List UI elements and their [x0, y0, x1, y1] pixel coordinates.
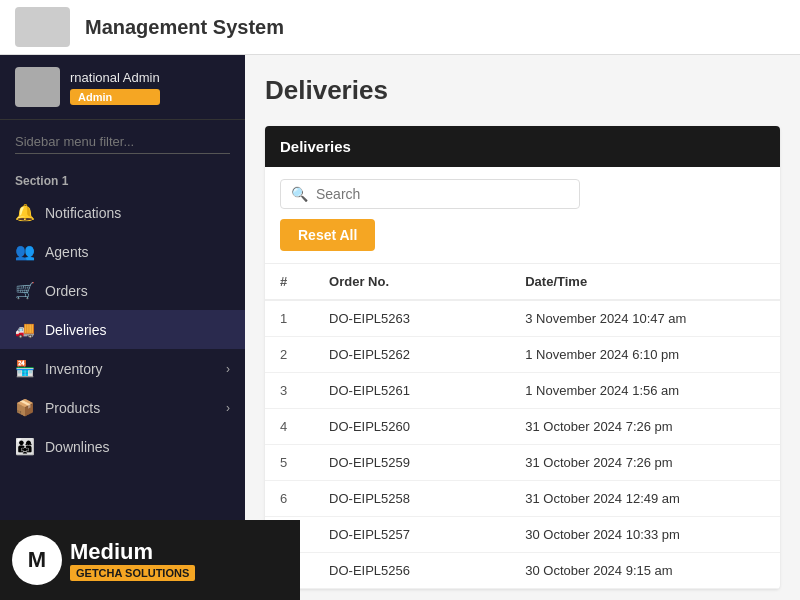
table-toolbar: 🔍 Reset All: [265, 167, 780, 264]
row-num: 4: [265, 409, 314, 445]
sidebar-item-notifications[interactable]: 🔔 Notifications: [0, 193, 245, 232]
main-layout: rnational Admin Admin Section 1 🔔 Notifi…: [0, 55, 800, 600]
row-datetime: 30 October 2024 9:15 am: [510, 553, 780, 589]
table-row[interactable]: 4 DO-EIPL5260 31 October 2024 7:26 pm: [265, 409, 780, 445]
sidebar-item-label: Downlines: [45, 439, 110, 455]
row-datetime: 31 October 2024 12:49 am: [510, 481, 780, 517]
deliveries-table-section: Deliveries 🔍 Reset All # Order No. Date/…: [265, 126, 780, 589]
table-header: Deliveries: [265, 126, 780, 167]
sidebar-item-label: Orders: [45, 283, 88, 299]
page-title: Deliveries: [265, 75, 780, 106]
sidebar-filter-input[interactable]: [15, 130, 230, 154]
agents-icon: 👥: [15, 242, 35, 261]
orders-icon: 🛒: [15, 281, 35, 300]
username: rnational Admin: [70, 70, 160, 85]
row-order-no: DO-EIPL5262: [314, 337, 510, 373]
user-info: rnational Admin Admin: [70, 70, 160, 105]
products-icon: 📦: [15, 398, 35, 417]
notifications-icon: 🔔: [15, 203, 35, 222]
sidebar-item-label: Agents: [45, 244, 89, 260]
sidebar: rnational Admin Admin Section 1 🔔 Notifi…: [0, 55, 245, 600]
col-header-datetime: Date/Time: [510, 264, 780, 300]
row-order-no: DO-EIPL5256: [314, 553, 510, 589]
inventory-arrow-icon: ›: [226, 362, 230, 376]
downlines-icon: 👨‍👩‍👧: [15, 437, 35, 456]
reset-all-button[interactable]: Reset All: [280, 219, 375, 251]
header-title: Management System: [85, 16, 284, 39]
avatar: [15, 67, 60, 107]
watermark-sub: GETCHA SOLUTIONS: [70, 565, 195, 581]
sidebar-item-label: Products: [45, 400, 100, 416]
table-row[interactable]: 6 DO-EIPL5258 31 October 2024 12:49 am: [265, 481, 780, 517]
col-header-order: Order No.: [314, 264, 510, 300]
watermark-text: Medium GETCHA SOLUTIONS: [70, 539, 195, 581]
row-order-no: DO-EIPL5259: [314, 445, 510, 481]
row-datetime: 31 October 2024 7:26 pm: [510, 409, 780, 445]
row-num: 1: [265, 300, 314, 337]
table-row[interactable]: 8 DO-EIPL5256 30 October 2024 9:15 am: [265, 553, 780, 589]
table-row[interactable]: 1 DO-EIPL5263 3 November 2024 10:47 am: [265, 300, 780, 337]
role-badge: Admin: [70, 89, 160, 105]
sidebar-item-deliveries[interactable]: 🚚 Deliveries: [0, 310, 245, 349]
row-order-no: DO-EIPL5261: [314, 373, 510, 409]
row-order-no: DO-EIPL5257: [314, 517, 510, 553]
watermark-logo: M: [12, 535, 62, 585]
deliveries-table: # Order No. Date/Time 1 DO-EIPL5263 3 No…: [265, 264, 780, 589]
row-datetime: 1 November 2024 1:56 am: [510, 373, 780, 409]
row-order-no: DO-EIPL5260: [314, 409, 510, 445]
row-datetime: 30 October 2024 10:33 pm: [510, 517, 780, 553]
watermark: M Medium GETCHA SOLUTIONS: [0, 520, 300, 600]
sidebar-item-orders[interactable]: 🛒 Orders: [0, 271, 245, 310]
table-row[interactable]: 3 DO-EIPL5261 1 November 2024 1:56 am: [265, 373, 780, 409]
row-datetime: 1 November 2024 6:10 pm: [510, 337, 780, 373]
row-datetime: 3 November 2024 10:47 am: [510, 300, 780, 337]
deliveries-icon: 🚚: [15, 320, 35, 339]
sidebar-user-section: rnational Admin Admin: [0, 55, 245, 120]
table-row[interactable]: 7 DO-EIPL5257 30 October 2024 10:33 pm: [265, 517, 780, 553]
main-content: Deliveries Deliveries 🔍 Reset All # Orde…: [245, 55, 800, 600]
inventory-icon: 🏪: [15, 359, 35, 378]
search-icon: 🔍: [291, 186, 308, 202]
table-header-row: # Order No. Date/Time: [265, 264, 780, 300]
section1-label: Section 1: [0, 164, 245, 193]
row-order-no: DO-EIPL5258: [314, 481, 510, 517]
header-logo: [15, 7, 70, 47]
table-row[interactable]: 5 DO-EIPL5259 31 October 2024 7:26 pm: [265, 445, 780, 481]
sidebar-item-label: Notifications: [45, 205, 121, 221]
col-header-num: #: [265, 264, 314, 300]
sidebar-item-downlines[interactable]: 👨‍👩‍👧 Downlines: [0, 427, 245, 466]
row-num: 3: [265, 373, 314, 409]
row-datetime: 31 October 2024 7:26 pm: [510, 445, 780, 481]
watermark-brand: Medium: [70, 539, 195, 565]
row-num: 5: [265, 445, 314, 481]
sidebar-item-label: Inventory: [45, 361, 103, 377]
sidebar-item-label: Deliveries: [45, 322, 106, 338]
search-box[interactable]: 🔍: [280, 179, 580, 209]
table-row[interactable]: 2 DO-EIPL5262 1 November 2024 6:10 pm: [265, 337, 780, 373]
header: Management System: [0, 0, 800, 55]
sidebar-item-inventory[interactable]: 🏪 Inventory ›: [0, 349, 245, 388]
sidebar-filter[interactable]: [0, 120, 245, 164]
row-num: 2: [265, 337, 314, 373]
row-order-no: DO-EIPL5263: [314, 300, 510, 337]
sidebar-item-products[interactable]: 📦 Products ›: [0, 388, 245, 427]
row-num: 6: [265, 481, 314, 517]
products-arrow-icon: ›: [226, 401, 230, 415]
sidebar-item-agents[interactable]: 👥 Agents: [0, 232, 245, 271]
search-input[interactable]: [316, 186, 569, 202]
